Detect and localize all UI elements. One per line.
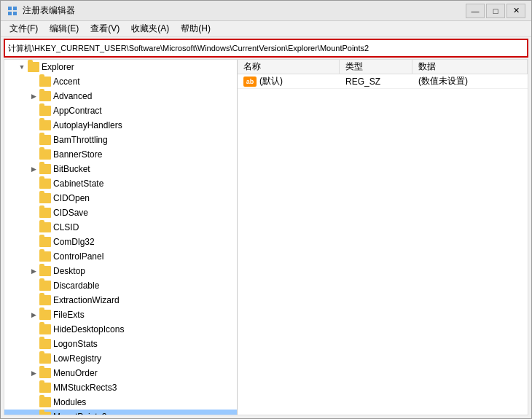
tree-item-comdlg32[interactable]: ComDlg32 [4,235,237,249]
folder-icon-modules [39,397,51,407]
data-row-default[interactable]: ab (默认) REG_SZ (数值未设置) [238,74,528,89]
menu-edit[interactable]: 编辑(E) [44,21,85,36]
window-controls: — □ ✕ [466,4,525,18]
folder-icon-cabinetstate [39,179,51,189]
expander-appcontract [28,105,39,117]
folder-icon-clsid [39,222,51,232]
folder-icon-cidopen [39,193,51,203]
expander-bannerstore [28,149,39,160]
tree-label-advanced: Advanced [53,91,92,101]
title-bar-left: 注册表编辑器 [7,4,75,17]
tree-item-mmstuckrects3[interactable]: MMStuckRects3 [4,380,237,395]
folder-icon-logonstats [39,339,51,349]
tree-item-advanced[interactable]: Advanced [4,89,237,103]
tree-label-cidopen: CIDOpen [53,193,90,203]
tree-label-bamthrottling: BamThrottling [53,135,108,145]
expander-clsid [28,222,39,233]
tree-item-cidopen[interactable]: CIDOpen [4,191,237,205]
folder-icon-mmstuckrects3 [39,383,51,393]
tree-label-clsid: CLSID [53,222,79,232]
folder-icon-hidedesktopicons [39,324,51,334]
folder-icon-bannerstore [39,149,51,160]
tree-item-mountpoints2[interactable]: MountPoints2 [4,410,237,415]
maximize-button[interactable]: □ [486,4,505,18]
expander-fileexts[interactable] [28,309,39,321]
tree-item-controlpanel[interactable]: ControlPanel [4,249,237,264]
tree-label-autoplayhandlers: AutoplayHandlers [53,120,122,130]
col-header-type: 类型 [340,60,412,74]
expander-advanced[interactable] [28,90,39,102]
data-cell-value: (数值未设置) [412,74,528,89]
right-panel: 名称 类型 数据 ab (默认) REG_SZ (数值未设置) [238,60,528,415]
tree-label-menuorder: MenuOrder [53,368,98,378]
tree-item-discardable[interactable]: Discardable [4,278,237,293]
tree-item-modules[interactable]: Modules [4,395,237,410]
expander-bamthrottling [28,134,39,146]
tree-item-appcontract[interactable]: AppContract [4,103,237,118]
tree-item-cabinetstate[interactable]: CabinetState [4,176,237,191]
svg-rect-2 [8,12,12,15]
expander-controlpanel [28,251,39,262]
folder-icon-cidsave [39,208,51,218]
tree-item-autoplayhandlers[interactable]: AutoplayHandlers [4,118,237,133]
tree-label-fileexts: FileExts [53,310,85,320]
tree-label-cidsave: CIDSave [53,208,88,218]
tree-item-cidsave[interactable]: CIDSave [4,205,237,220]
tree-item-hidedesktopicons[interactable]: HideDesktopIcons [4,322,237,337]
tree-item-menuorder[interactable]: MenuOrder [4,366,237,380]
folder-icon-fileexts [39,310,51,320]
tree-label-discardable: Discardable [53,281,99,291]
tree-item-explorer[interactable]: Explorer [4,60,237,74]
minimize-button[interactable]: — [466,4,485,18]
expander-discardable [28,280,39,291]
tree-label-extractionwizard: ExtractionWizard [53,295,120,305]
tree-item-bamthrottling[interactable]: BamThrottling [4,133,237,147]
expander-bitbucket[interactable] [28,163,39,175]
tree-label-explorer: Explorer [42,62,74,72]
app-icon [7,5,18,17]
tree-label-accent: Accent [53,77,80,87]
ab-icon: ab [243,77,257,87]
tree-label-mmstuckrects3: MMStuckRects3 [53,383,117,393]
folder-icon-controlpanel [39,251,51,262]
expander-logonstats [28,338,39,350]
tree-label-cabinetstate: CabinetState [53,179,103,189]
menu-file[interactable]: 文件(F) [4,21,44,36]
folder-icon-desktop [39,266,51,276]
tree-item-bannerstore[interactable]: BannerStore [4,147,237,162]
tree-item-desktop[interactable]: Desktop [4,264,237,278]
expander-modules [28,396,39,408]
folder-icon-discardable [39,281,51,291]
address-text: 计算机\HKEY_CURRENT_USER\Software\Microsoft… [8,43,369,54]
tree-item-extractionwizard[interactable]: ExtractionWizard [4,293,237,308]
folder-icon-explorer [28,62,39,72]
tree-item-accent[interactable]: Accent [4,74,237,89]
folder-icon-mountpoints2 [39,412,51,415]
expander-desktop[interactable] [28,265,39,277]
close-button[interactable]: ✕ [506,4,525,18]
tree-item-fileexts[interactable]: FileExts [4,308,237,322]
registry-editor-window: 注册表编辑器 — □ ✕ 文件(F) 编辑(E) 查看(V) 收藏夹(A) 帮助… [0,0,532,419]
tree-item-lowregistry[interactable]: LowRegistry [4,351,237,366]
menu-bar: 文件(F) 编辑(E) 查看(V) 收藏夹(A) 帮助(H) [1,21,531,37]
expander-autoplayhandlers [28,120,39,131]
menu-help[interactable]: 帮助(H) [175,21,216,36]
expander-menuorder[interactable] [28,367,39,379]
expander-mountpoints2[interactable] [28,411,39,415]
tree-item-clsid[interactable]: CLSID [4,220,237,235]
folder-icon-extractionwizard [39,295,51,305]
address-bar[interactable]: 计算机\HKEY_CURRENT_USER\Software\Microsoft… [4,39,528,58]
data-cell-type: REG_SZ [340,75,412,88]
col-header-data: 数据 [412,60,528,74]
menu-view[interactable]: 查看(V) [85,21,125,36]
svg-rect-1 [13,7,17,10]
folder-icon-lowregistry [39,353,51,364]
menu-favorites[interactable]: 收藏夹(A) [125,21,175,36]
tree-item-bitbucket[interactable]: BitBucket [4,162,237,176]
tree-item-logonstats[interactable]: LogonStats [4,337,237,351]
tree-label-mountpoints2: MountPoints2 [53,412,106,415]
tree-label-modules: Modules [53,397,86,407]
tree-label-logonstats: LogonStats [53,339,98,349]
folder-icon-menuorder [39,368,51,378]
expander-explorer[interactable] [16,61,28,73]
